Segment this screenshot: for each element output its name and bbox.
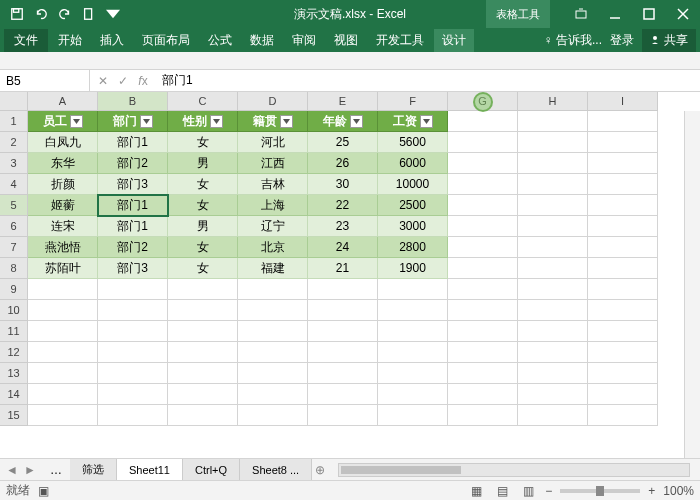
cell-H1[interactable] (518, 111, 588, 132)
cell-B13[interactable] (98, 363, 168, 384)
cancel-formula-icon[interactable]: ✕ (94, 74, 112, 88)
cell-C5[interactable]: 女 (168, 195, 238, 216)
cell-A8[interactable]: 苏陌叶 (28, 258, 98, 279)
cell-A12[interactable] (28, 342, 98, 363)
row-header-6[interactable]: 6 (0, 216, 28, 237)
cell-G12[interactable] (448, 342, 518, 363)
normal-view-icon[interactable]: ▦ (467, 483, 485, 499)
select-all-corner[interactable] (0, 92, 28, 111)
spreadsheet-grid[interactable]: ABCDEFGHI 123456789101112131415 员工部门性别籍贯… (0, 92, 700, 458)
cell-F11[interactable] (378, 321, 448, 342)
cell-G2[interactable] (448, 132, 518, 153)
cell-I15[interactable] (588, 405, 658, 426)
cell-F7[interactable]: 2800 (378, 237, 448, 258)
cell-H10[interactable] (518, 300, 588, 321)
cell-C13[interactable] (168, 363, 238, 384)
cell-I7[interactable] (588, 237, 658, 258)
cell-B5[interactable]: 部门1 (98, 195, 168, 216)
cell-D15[interactable] (238, 405, 308, 426)
cell-E13[interactable] (308, 363, 378, 384)
cell-G14[interactable] (448, 384, 518, 405)
cell-D1[interactable]: 籍贯 (238, 111, 308, 132)
cell-G6[interactable] (448, 216, 518, 237)
cell-C8[interactable]: 女 (168, 258, 238, 279)
tab-审阅[interactable]: 审阅 (284, 29, 324, 52)
row-header-5[interactable]: 5 (0, 195, 28, 216)
cell-D8[interactable]: 福建 (238, 258, 308, 279)
redo-button[interactable] (54, 3, 76, 25)
cell-A1[interactable]: 员工 (28, 111, 98, 132)
cell-A14[interactable] (28, 384, 98, 405)
formula-input[interactable] (156, 74, 700, 88)
cell-C7[interactable]: 女 (168, 237, 238, 258)
cell-G7[interactable] (448, 237, 518, 258)
save-button[interactable] (6, 3, 28, 25)
cell-E14[interactable] (308, 384, 378, 405)
cell-D2[interactable]: 河北 (238, 132, 308, 153)
cell-I8[interactable] (588, 258, 658, 279)
row-header-13[interactable]: 13 (0, 363, 28, 384)
col-header-F[interactable]: F (378, 92, 448, 111)
sheet-tab-筛选[interactable]: 筛选 (70, 459, 117, 480)
cell-G10[interactable] (448, 300, 518, 321)
cell-E5[interactable]: 22 (308, 195, 378, 216)
filter-button[interactable] (140, 115, 153, 128)
cell-D6[interactable]: 辽宁 (238, 216, 308, 237)
cell-A3[interactable]: 东华 (28, 153, 98, 174)
col-header-B[interactable]: B (98, 92, 168, 111)
horizontal-scrollbar[interactable] (338, 463, 690, 477)
cell-D14[interactable] (238, 384, 308, 405)
zoom-level[interactable]: 100% (663, 484, 694, 498)
cell-E3[interactable]: 26 (308, 153, 378, 174)
cell-B11[interactable] (98, 321, 168, 342)
cell-F1[interactable]: 工资 (378, 111, 448, 132)
minimize-button[interactable] (598, 0, 632, 28)
cell-E10[interactable] (308, 300, 378, 321)
tab-next-icon[interactable]: ► (22, 462, 38, 478)
vertical-scrollbar[interactable] (684, 111, 700, 458)
cell-H6[interactable] (518, 216, 588, 237)
cell-G11[interactable] (448, 321, 518, 342)
cell-G9[interactable] (448, 279, 518, 300)
cell-F3[interactable]: 6000 (378, 153, 448, 174)
sheet-tab-Ctrl+Q[interactable]: Ctrl+Q (183, 459, 240, 480)
cell-C4[interactable]: 女 (168, 174, 238, 195)
tab-prev-icon[interactable]: ◄ (4, 462, 20, 478)
cell-A5[interactable]: 姬蘅 (28, 195, 98, 216)
cell-E1[interactable]: 年龄 (308, 111, 378, 132)
cell-F5[interactable]: 2500 (378, 195, 448, 216)
row-header-2[interactable]: 2 (0, 132, 28, 153)
tab-dots[interactable]: … (42, 463, 70, 477)
ribbon-options-button[interactable] (564, 0, 598, 28)
tab-开始[interactable]: 开始 (50, 29, 90, 52)
filter-button[interactable] (350, 115, 363, 128)
sheet-tab-Sheet8 ...[interactable]: Sheet8 ... (240, 459, 312, 480)
cell-H4[interactable] (518, 174, 588, 195)
cell-E9[interactable] (308, 279, 378, 300)
cell-D10[interactable] (238, 300, 308, 321)
cell-C2[interactable]: 女 (168, 132, 238, 153)
new-button[interactable] (78, 3, 100, 25)
col-header-C[interactable]: C (168, 92, 238, 111)
close-button[interactable] (666, 0, 700, 28)
tab-开发工具[interactable]: 开发工具 (368, 29, 432, 52)
cell-H14[interactable] (518, 384, 588, 405)
cell-D4[interactable]: 吉林 (238, 174, 308, 195)
cell-B10[interactable] (98, 300, 168, 321)
filter-button[interactable] (210, 115, 223, 128)
accept-formula-icon[interactable]: ✓ (114, 74, 132, 88)
cell-I14[interactable] (588, 384, 658, 405)
filter-button[interactable] (70, 115, 83, 128)
cell-A2[interactable]: 白凤九 (28, 132, 98, 153)
cell-I2[interactable] (588, 132, 658, 153)
fx-icon[interactable]: fx (134, 74, 152, 88)
cell-C11[interactable] (168, 321, 238, 342)
maximize-button[interactable] (632, 0, 666, 28)
col-header-H[interactable]: H (518, 92, 588, 111)
filter-button[interactable] (280, 115, 293, 128)
cell-H2[interactable] (518, 132, 588, 153)
cell-G4[interactable] (448, 174, 518, 195)
row-header-1[interactable]: 1 (0, 111, 28, 132)
qat-dropdown[interactable] (102, 3, 124, 25)
row-header-9[interactable]: 9 (0, 279, 28, 300)
